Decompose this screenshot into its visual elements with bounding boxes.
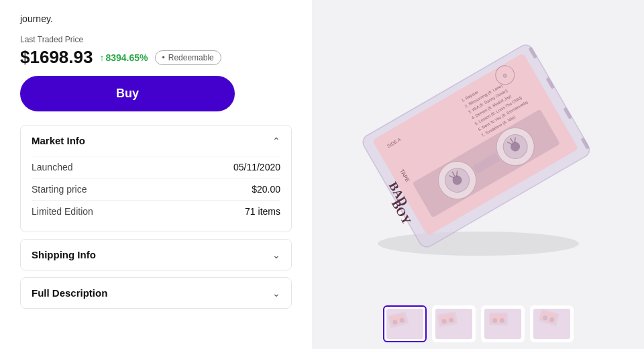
thumbnail-4[interactable] bbox=[530, 305, 574, 342]
thumbnail-1[interactable] bbox=[383, 305, 427, 342]
limited-edition-row: Limited Edition 71 items bbox=[32, 200, 280, 222]
starting-price-label: Starting price bbox=[32, 184, 87, 195]
shipping-info-chevron-icon: ⌄ bbox=[272, 250, 280, 260]
shipping-info-header[interactable]: Shipping Info ⌄ bbox=[21, 240, 291, 270]
left-panel: journey. Last Traded Price $1698.93 8394… bbox=[0, 0, 312, 349]
market-info-title: Market Info bbox=[32, 135, 85, 146]
buy-button[interactable]: Buy bbox=[20, 76, 235, 111]
price-row: $1698.93 8394.65% Redeemable bbox=[20, 47, 292, 68]
main-image-area: SIDE A 1. Rapstar 2. Blossoming (ft. Lan… bbox=[312, 13, 644, 299]
launched-value: 05/11/2020 bbox=[233, 162, 280, 172]
price-value: $1698.93 bbox=[20, 47, 93, 68]
shipping-info-title: Shipping Info bbox=[32, 249, 96, 260]
limited-edition-value: 71 items bbox=[245, 206, 280, 217]
product-image: SIDE A 1. Rapstar 2. Blossoming (ft. Lan… bbox=[344, 29, 612, 284]
market-info-header[interactable]: Market Info ⌃ bbox=[21, 126, 291, 156]
thumbnail-2[interactable] bbox=[432, 305, 476, 342]
svg-rect-46 bbox=[490, 314, 506, 324]
launched-label: Launched bbox=[32, 162, 73, 172]
starting-price-value: $20.00 bbox=[252, 184, 280, 195]
thumbnail-strip bbox=[312, 299, 644, 349]
starting-price-row: Starting price $20.00 bbox=[32, 178, 280, 200]
launched-row: Launched 05/11/2020 bbox=[32, 156, 280, 178]
full-description-header[interactable]: Full Description ⌄ bbox=[21, 278, 291, 308]
market-info-rows: Launched 05/11/2020 Starting price $20.0… bbox=[21, 156, 291, 232]
right-panel: SIDE A 1. Rapstar 2. Blossoming (ft. Lan… bbox=[312, 0, 644, 349]
redeemable-badge: Redeemable bbox=[155, 50, 221, 65]
full-description-section: Full Description ⌄ bbox=[20, 277, 292, 309]
full-description-chevron-icon: ⌄ bbox=[272, 288, 280, 299]
last-traded-label: Last Traded Price bbox=[20, 35, 292, 44]
market-info-chevron-icon: ⌃ bbox=[272, 136, 280, 146]
price-change: 8394.65% bbox=[99, 52, 148, 63]
shipping-info-section: Shipping Info ⌄ bbox=[20, 239, 292, 270]
thumbnail-3[interactable] bbox=[481, 305, 525, 342]
full-description-title: Full Description bbox=[32, 287, 107, 299]
svg-point-0 bbox=[378, 232, 579, 256]
journey-text: journey. bbox=[20, 13, 292, 24]
market-info-section: Market Info ⌃ Launched 05/11/2020 Starti… bbox=[20, 125, 292, 232]
limited-edition-label: Limited Edition bbox=[32, 206, 93, 217]
svg-point-48 bbox=[499, 318, 504, 323]
svg-point-47 bbox=[492, 318, 497, 323]
